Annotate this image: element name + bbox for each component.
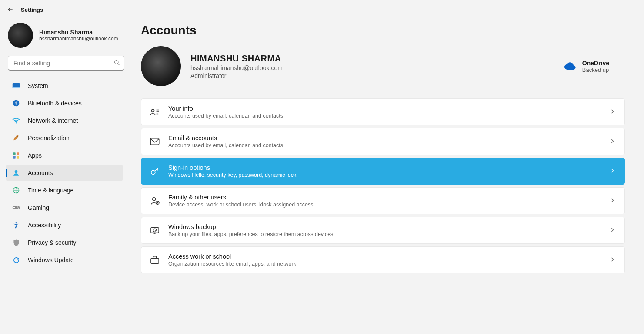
- nav-system[interactable]: System: [6, 78, 123, 94]
- nav-label: Network & internet: [28, 117, 78, 124]
- main-content: Accounts HIMANSHU SHARMA hssharmahimansh…: [130, 17, 644, 273]
- mail-icon: [150, 137, 160, 146]
- card-title: Email & accounts: [168, 135, 610, 142]
- svg-point-13: [18, 208, 19, 209]
- nav-time[interactable]: Time & language: [6, 182, 123, 199]
- svg-rect-16: [150, 138, 159, 145]
- nav-label: Apps: [28, 152, 42, 159]
- backup-icon: [150, 226, 160, 235]
- display-icon: [12, 82, 20, 90]
- svg-rect-2: [13, 87, 20, 88]
- card-windows-backup[interactable]: Windows backup Back up your files, apps,…: [141, 217, 625, 244]
- gamepad-icon: [12, 204, 20, 212]
- card-subtitle: Device access, work or school users, kio…: [168, 202, 610, 208]
- card-signin-options[interactable]: Sign-in options Windows Hello, security …: [141, 158, 625, 185]
- onedrive-title: OneDrive: [582, 60, 609, 67]
- user-name: Himanshu Sharma: [39, 29, 118, 36]
- nav-label: Windows Update: [28, 256, 74, 263]
- nav-privacy[interactable]: Privacy & security: [6, 234, 123, 251]
- svg-point-15: [151, 109, 154, 112]
- nav-network[interactable]: Network & internet: [6, 112, 123, 129]
- card-email-accounts[interactable]: Email & accounts Accounts used by email,…: [141, 128, 625, 155]
- nav-apps[interactable]: Apps: [6, 147, 123, 164]
- back-button[interactable]: [7, 6, 14, 13]
- svg-rect-6: [17, 152, 19, 155]
- bluetooth-icon: [12, 99, 20, 107]
- card-subtitle: Accounts used by email, calendar, and co…: [168, 142, 610, 148]
- avatar: [8, 23, 33, 48]
- window-title: Settings: [21, 7, 43, 13]
- svg-point-4: [16, 122, 17, 123]
- people-add-icon: [150, 196, 160, 206]
- card-title: Sign-in options: [168, 164, 610, 171]
- key-icon: [150, 166, 160, 176]
- svg-point-9: [15, 170, 18, 173]
- nav-label: Accessibility: [28, 222, 61, 229]
- search-wrap: [8, 56, 125, 71]
- person-icon: [12, 169, 20, 177]
- card-title: Windows backup: [168, 223, 610, 230]
- nav-label: Gaming: [28, 204, 49, 211]
- card-subtitle: Organization resources like email, apps,…: [168, 261, 610, 267]
- globe-clock-icon: [12, 186, 20, 194]
- nav-bluetooth[interactable]: Bluetooth & devices: [6, 95, 123, 111]
- card-subtitle: Accounts used by email, calendar, and co…: [168, 113, 610, 119]
- card-subtitle: Back up your files, apps, preferences to…: [168, 231, 610, 237]
- nav-list: System Bluetooth & devices Network & int…: [6, 78, 127, 268]
- nav-update[interactable]: Windows Update: [6, 252, 123, 268]
- hero-name: HIMANSHU SHARMA: [190, 54, 283, 64]
- nav-label: Accounts: [28, 169, 53, 176]
- card-title: Access work or school: [168, 253, 610, 260]
- chevron-right-icon: [610, 198, 616, 204]
- nav-label: Personalization: [28, 135, 70, 142]
- hero-role: Administrator: [190, 72, 283, 79]
- accessibility-icon: [12, 221, 20, 229]
- avatar-large: [141, 46, 181, 86]
- card-title: Your info: [168, 105, 610, 112]
- card-title: Family & other users: [168, 194, 610, 201]
- chevron-right-icon: [610, 227, 616, 233]
- chevron-right-icon: [610, 168, 616, 174]
- svg-rect-5: [13, 152, 15, 155]
- card-work-school[interactable]: Access work or school Organization resou…: [141, 246, 625, 273]
- nav-label: System: [28, 82, 48, 89]
- nav-label: Privacy & security: [28, 239, 76, 246]
- hero-email: hssharmahimanshu@outlook.com: [190, 64, 283, 71]
- svg-point-12: [17, 206, 18, 207]
- settings-cards: Your info Accounts used by email, calend…: [141, 98, 625, 273]
- nav-gaming[interactable]: Gaming: [6, 199, 123, 216]
- cloud-icon: [564, 62, 576, 70]
- nav-personalization[interactable]: Personalization: [6, 130, 123, 146]
- chevron-right-icon: [610, 257, 616, 263]
- card-subtitle: Windows Hello, security key, password, d…: [168, 172, 610, 178]
- onedrive-block[interactable]: OneDrive Backed up: [564, 60, 625, 73]
- paintbrush-icon: [12, 134, 20, 142]
- svg-rect-7: [13, 156, 15, 158]
- briefcase-icon: [150, 255, 160, 265]
- chevron-right-icon: [610, 109, 616, 115]
- card-your-info[interactable]: Your info Accounts used by email, calend…: [141, 98, 625, 125]
- svg-point-18: [153, 198, 156, 201]
- card-family-users[interactable]: Family & other users Device access, work…: [141, 187, 625, 214]
- account-hero: HIMANSHU SHARMA hssharmahimanshu@outlook…: [141, 46, 625, 86]
- nav-label: Time & language: [28, 187, 73, 194]
- nav-accessibility[interactable]: Accessibility: [6, 217, 123, 233]
- nav-label: Bluetooth & devices: [28, 100, 82, 107]
- svg-rect-21: [151, 258, 159, 263]
- shield-icon: [12, 239, 20, 246]
- title-bar: Settings: [0, 0, 644, 17]
- apps-icon: [12, 152, 20, 159]
- user-email: hssharmahimanshu@outlook.com: [39, 36, 118, 42]
- nav-accounts[interactable]: Accounts: [6, 165, 123, 181]
- svg-rect-8: [17, 156, 19, 158]
- page-title: Accounts: [141, 24, 625, 37]
- search-input[interactable]: [8, 56, 124, 71]
- onedrive-status: Backed up: [582, 67, 609, 73]
- update-icon: [12, 256, 20, 264]
- sidebar: Himanshu Sharma hssharmahimanshu@outlook…: [0, 17, 130, 273]
- current-user-block[interactable]: Himanshu Sharma hssharmahimanshu@outlook…: [6, 23, 127, 48]
- chevron-right-icon: [610, 138, 616, 145]
- svg-point-14: [15, 222, 17, 223]
- wifi-icon: [12, 117, 20, 125]
- contact-card-icon: [150, 107, 160, 117]
